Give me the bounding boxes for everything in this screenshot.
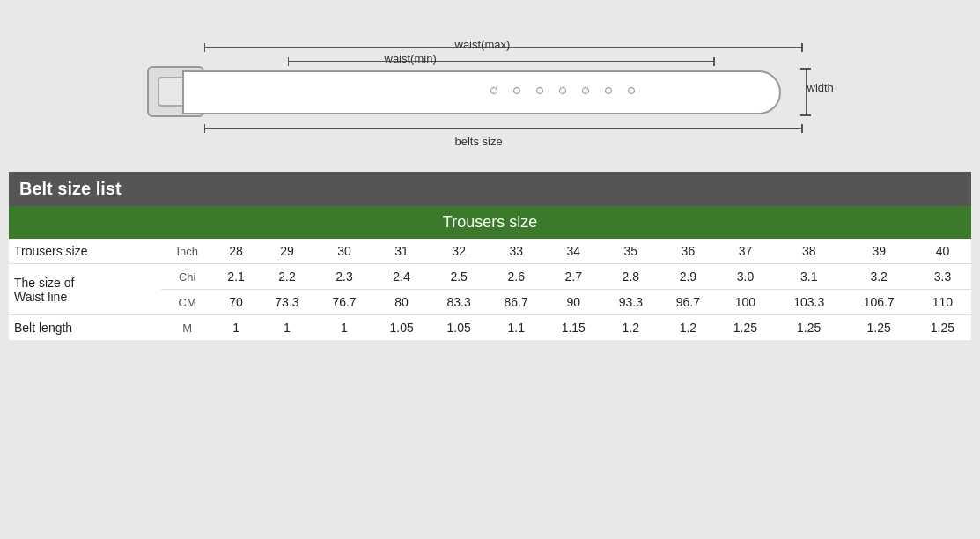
t-34: 34 [545, 239, 602, 264]
t-38: 38 [774, 239, 844, 264]
bl-37: 1.25 [717, 315, 774, 341]
belt-body [182, 70, 781, 114]
t-35: 35 [602, 239, 659, 264]
m-unit: M [161, 315, 214, 341]
width-bottom [800, 114, 811, 116]
chi-30: 2.3 [315, 264, 372, 290]
chi-28: 2.1 [214, 264, 259, 290]
bl-30: 1 [315, 315, 372, 341]
waist-chi-row: The size ofWaist line Chi 2.1 2.2 2.3 2.… [9, 264, 971, 290]
bl-35: 1.2 [602, 315, 659, 341]
t-36: 36 [659, 239, 717, 264]
t-37: 37 [717, 239, 774, 264]
t-32: 32 [431, 239, 488, 264]
belt-length-label: Belt length [9, 315, 161, 341]
bl-28: 1 [214, 315, 259, 341]
bl-31: 1.05 [373, 315, 431, 341]
hole-4 [559, 87, 566, 94]
chi-31: 2.4 [373, 264, 431, 290]
chi-40: 3.3 [914, 264, 971, 290]
chi-29: 2.2 [258, 264, 315, 290]
chi-35: 2.8 [602, 264, 659, 290]
chi-38: 3.1 [774, 264, 844, 290]
chi-37: 3.0 [717, 264, 774, 290]
bl-38: 1.25 [774, 315, 844, 341]
chi-unit: Chi [161, 264, 214, 290]
trousers-unit: Inch [161, 239, 214, 264]
width-top [800, 68, 811, 70]
chi-34: 2.7 [545, 264, 602, 290]
belts-size-label: belts size [455, 135, 503, 148]
chi-32: 2.5 [431, 264, 488, 290]
cm-34: 90 [545, 290, 602, 315]
width-line [806, 68, 807, 115]
chi-33: 2.6 [488, 264, 545, 290]
t-33: 33 [488, 239, 545, 264]
cm-unit: CM [161, 290, 214, 315]
chi-39: 3.2 [844, 264, 913, 290]
hole-6 [605, 87, 612, 94]
bl-39: 1.25 [844, 315, 913, 341]
green-header: Trousers size [9, 206, 971, 239]
page-container: waist(max) waist(min) width [0, 0, 980, 349]
cm-29: 73.3 [258, 290, 315, 315]
bl-36: 1.2 [659, 315, 717, 341]
bl-32: 1.05 [431, 315, 488, 341]
cm-30: 76.7 [315, 290, 372, 315]
bl-29: 1 [258, 315, 315, 341]
belt-length-row: Belt length M 1 1 1 1.05 1.05 1.1 1.15 1… [9, 315, 971, 341]
belt-holes [490, 87, 635, 94]
hole-2 [513, 87, 520, 94]
hole-1 [490, 87, 497, 94]
bl-34: 1.15 [545, 315, 602, 341]
t-39: 39 [844, 239, 913, 264]
waist-max-label: waist(max) [455, 38, 511, 51]
cm-35: 93.3 [602, 290, 659, 315]
t-31: 31 [373, 239, 431, 264]
hole-3 [536, 87, 543, 94]
t-40: 40 [914, 239, 971, 264]
width-label: width [807, 81, 834, 94]
t-30: 30 [315, 239, 372, 264]
hole-5 [582, 87, 589, 94]
t-28: 28 [214, 239, 259, 264]
hole-7 [628, 87, 635, 94]
size-table: Trousers size Inch 28 29 30 31 32 33 34 … [9, 239, 971, 340]
chi-36: 2.9 [659, 264, 717, 290]
cm-31: 80 [373, 290, 431, 315]
t-29: 29 [258, 239, 315, 264]
diagram-area: waist(max) waist(min) width [112, 22, 869, 163]
waist-min-label: waist(min) [385, 52, 437, 65]
cm-39: 106.7 [844, 290, 913, 315]
cm-33: 86.7 [488, 290, 545, 315]
trousers-label: Trousers size [9, 239, 161, 264]
waist-label: The size ofWaist line [9, 264, 161, 315]
cm-32: 83.3 [431, 290, 488, 315]
waist-min-line [288, 61, 715, 62]
belts-size-line [204, 128, 803, 129]
belt-diagram: waist(max) waist(min) width [9, 9, 971, 172]
cm-36: 96.7 [659, 290, 717, 315]
cm-38: 103.3 [774, 290, 844, 315]
trousers-row: Trousers size Inch 28 29 30 31 32 33 34 … [9, 239, 971, 264]
table-title: Belt size list [9, 172, 971, 206]
cm-37: 100 [717, 290, 774, 315]
cm-40: 110 [914, 290, 971, 315]
table-section: Belt size list Trousers size Trousers si… [9, 172, 971, 340]
bl-40: 1.25 [914, 315, 971, 341]
bl-33: 1.1 [488, 315, 545, 341]
cm-28: 70 [214, 290, 259, 315]
